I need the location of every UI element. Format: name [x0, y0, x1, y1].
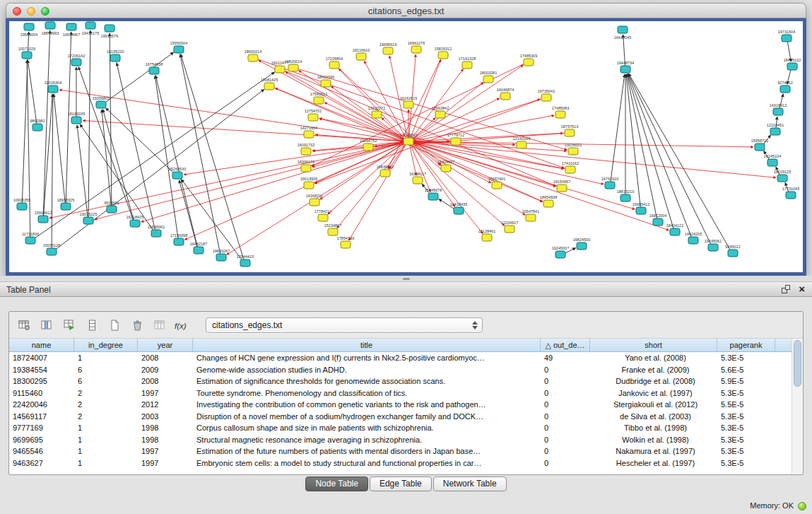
- graph-node[interactable]: 19013905: [300, 177, 317, 189]
- graph-node[interactable]: 19915576: [101, 25, 118, 38]
- graph-node[interactable]: 16961276: [408, 41, 425, 53]
- graph-node[interactable]: 12103451: [767, 123, 784, 135]
- graph-node[interactable]: 16218425: [126, 215, 143, 227]
- column-chooser-icon[interactable]: [37, 317, 56, 334]
- graph-node[interactable]: 17410162: [562, 161, 579, 173]
- graph-node[interactable]: 15635061: [148, 225, 165, 237]
- network-table-selector[interactable]: citations_edges.txt: [206, 317, 483, 333]
- table-vertical-scrollbar[interactable]: [792, 339, 803, 474]
- graph-edge[interactable]: [52, 94, 53, 248]
- column-header-0[interactable]: name: [9, 339, 74, 352]
- graph-edge[interactable]: [77, 125, 88, 217]
- graph-node[interactable]: 11731800: [22, 232, 39, 244]
- graph-edge[interactable]: [184, 143, 404, 240]
- graph-node[interactable]: 17156398: [170, 233, 187, 245]
- graph-node[interactable]: 12204917: [501, 221, 518, 233]
- graph-node[interactable]: 15958721: [751, 139, 768, 151]
- graph-node[interactable]: 16754838: [146, 62, 163, 74]
- graph-edge[interactable]: [413, 82, 483, 139]
- graph-node[interactable]: 9245012: [725, 245, 740, 257]
- graph-node[interactable]: 12160169: [513, 136, 530, 148]
- graph-edge[interactable]: [181, 54, 244, 260]
- graph-node[interactable]: 18757513: [561, 124, 578, 136]
- graph-node[interactable]: 15234817: [324, 223, 341, 235]
- graph-edge[interactable]: [49, 142, 404, 218]
- graph-node[interactable]: 16046874: [497, 88, 514, 100]
- graph-node[interactable]: 19686619: [379, 42, 396, 54]
- graph-edge[interactable]: [627, 74, 657, 218]
- graph-node[interactable]: 16412045: [614, 26, 631, 40]
- graph-edge[interactable]: [349, 144, 406, 240]
- graph-edge[interactable]: [320, 144, 405, 199]
- graph-node[interactable]: 18304697: [437, 160, 454, 172]
- graph-edge[interactable]: [141, 142, 404, 222]
- graph-edge[interactable]: [27, 60, 30, 237]
- delete-icon[interactable]: [128, 317, 146, 334]
- graph-node[interactable]: 17784210: [314, 209, 331, 221]
- graph-edge[interactable]: [413, 99, 541, 140]
- table-row[interactable]: 946362711997Embryonic stem cells: a mode…: [9, 457, 792, 469]
- graph-node[interactable]: 14318412: [770, 103, 787, 115]
- graph-edge[interactable]: [180, 54, 220, 254]
- scrollbar-thumb[interactable]: [794, 340, 801, 387]
- graph-node[interactable]: 12754702: [305, 109, 322, 121]
- graph-node[interactable]: 19448734: [617, 61, 634, 73]
- graph-node[interactable]: 10195220: [107, 49, 124, 62]
- graph-node[interactable]: 15985412: [632, 202, 649, 214]
- graph-edge[interactable]: [182, 180, 242, 261]
- graph-node[interactable]: 19565004: [20, 23, 37, 37]
- graph-node[interactable]: 10634967: [63, 23, 80, 37]
- graph-edge[interactable]: [413, 141, 776, 177]
- graph-edge[interactable]: [28, 60, 37, 124]
- graph-node[interactable]: 14624205: [685, 232, 702, 244]
- tab-network-table[interactable]: Network Table: [433, 477, 507, 491]
- graph-node[interactable]: 25260530: [169, 167, 186, 179]
- graph-node[interactable]: 18445102: [784, 58, 801, 70]
- graph-node[interactable]: 15005128: [43, 243, 60, 255]
- graph-node[interactable]: 14245104: [764, 154, 781, 166]
- graph-edge[interactable]: [35, 72, 275, 238]
- column-header-6[interactable]: pagerank: [717, 339, 775, 352]
- graph-node[interactable]: 9862982: [30, 119, 45, 131]
- graph-edge[interactable]: [413, 115, 554, 141]
- network-canvas[interactable]: 1724089218422096175815121275470214271604…: [9, 21, 803, 271]
- graph-node[interactable]: 12944415: [237, 255, 254, 267]
- graph-node[interactable]: 13220271: [368, 106, 385, 118]
- graph-node[interactable]: 17581512: [310, 92, 327, 104]
- graph-edge[interactable]: [413, 65, 524, 139]
- graph-node[interactable]: 18954938: [540, 195, 557, 207]
- graph-node[interactable]: 15056805: [93, 96, 110, 108]
- table-row[interactable]: 2242004622012Investigating the contribut…: [9, 399, 792, 411]
- table-row[interactable]: 977716911998Corpus callosum shape and si…: [9, 422, 792, 434]
- graph-node[interactable]: 15908412: [35, 211, 52, 223]
- new-document-icon[interactable]: [105, 317, 124, 334]
- graph-node[interactable]: 15826312: [435, 47, 452, 59]
- graph-edge[interactable]: [628, 74, 711, 244]
- graph-node[interactable]: 17161328: [459, 57, 476, 69]
- graph-node[interactable]: 16912004: [649, 214, 666, 226]
- column-header-4[interactable]: △ out_de…: [541, 339, 590, 352]
- graph-edge[interactable]: [413, 143, 669, 230]
- graph-node[interactable]: 20026304: [45, 81, 61, 93]
- graph-edge[interactable]: [88, 30, 90, 217]
- function-icon[interactable]: f(x): [173, 317, 192, 334]
- graph-node[interactable]: 14271604: [300, 126, 317, 138]
- table-row[interactable]: 946554611997Estimation of the future num…: [9, 445, 792, 457]
- column-header-2[interactable]: year: [138, 339, 193, 352]
- window-titlebar[interactable]: citations_edges.txt: [6, 3, 806, 18]
- graph-node[interactable]: 18003281: [480, 71, 497, 83]
- graph-edge[interactable]: [275, 88, 404, 141]
- graph-node[interactable]: 10905355: [13, 198, 30, 210]
- graph-node[interactable]: 17485083: [552, 106, 569, 118]
- graph-edge[interactable]: [411, 144, 483, 234]
- graph-node[interactable]: 19245007: [552, 246, 569, 258]
- graph-edge[interactable]: [78, 67, 134, 221]
- import-table-icon[interactable]: [151, 317, 169, 334]
- graph-node[interactable]: 9505501: [104, 201, 119, 213]
- graph-node[interactable]: 16452187: [190, 242, 207, 254]
- table-row[interactable]: 1456911722003Disruption of a novel membe…: [9, 411, 792, 423]
- graph-node[interactable]: 16368117: [409, 172, 426, 184]
- table-row[interactable]: 969969511998Structural magnetic resonanc…: [9, 434, 792, 446]
- graph-node[interactable]: 19245061: [705, 239, 722, 251]
- graph-node[interactable]: 17731045: [782, 187, 799, 199]
